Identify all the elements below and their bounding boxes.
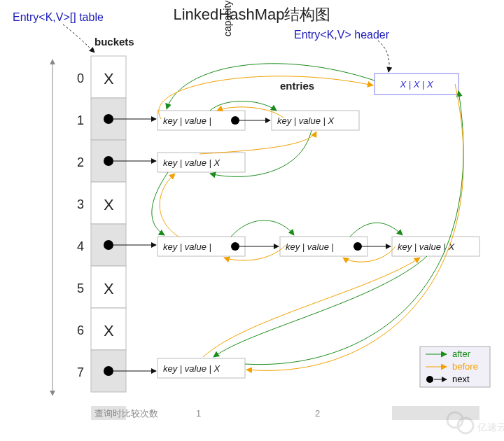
table-type-label: Entry<K,V>[] table xyxy=(13,11,104,23)
svg-point-31 xyxy=(354,242,362,251)
svg-text:3: 3 xyxy=(77,197,84,211)
svg-text:X: X xyxy=(104,322,114,340)
bucket-table: 0X 1 2 3X 4 5X 6X 7 xyxy=(77,56,126,392)
svg-text:4: 4 xyxy=(77,239,84,253)
svg-point-29 xyxy=(231,242,239,251)
dash-table xyxy=(63,24,94,52)
svg-text:X: X xyxy=(104,280,114,298)
footer-col1: 1 xyxy=(196,408,201,419)
svg-point-45 xyxy=(426,376,433,383)
diagram: LinkedHashMap结构图 Entry<K,V>[] table Entr… xyxy=(0,0,504,441)
svg-point-23 xyxy=(104,366,113,376)
svg-text:1: 1 xyxy=(77,113,84,127)
svg-point-25 xyxy=(231,116,239,125)
svg-text:X: X xyxy=(104,70,114,88)
svg-point-5 xyxy=(104,114,113,124)
svg-text:亿速云: 亿速云 xyxy=(477,421,504,433)
bucket-row: 5X xyxy=(77,266,126,308)
entries-label: entries xyxy=(280,80,314,92)
svg-text:next: next xyxy=(452,374,470,384)
svg-point-14 xyxy=(104,240,113,250)
svg-text:key | value |: key | value | xyxy=(163,115,211,126)
svg-text:key | value |  X: key | value | X xyxy=(163,158,221,168)
svg-text:0: 0 xyxy=(77,71,84,85)
capacity-label: capacity xyxy=(222,1,233,36)
svg-text:key | value |: key | value | xyxy=(286,241,334,252)
svg-text:key | value |: key | value | xyxy=(163,241,211,252)
svg-text:before: before xyxy=(452,361,478,372)
dash-header xyxy=(378,41,389,72)
svg-text:6: 6 xyxy=(77,323,84,337)
svg-text:key | value |  X: key | value | X xyxy=(163,363,221,374)
svg-point-8 xyxy=(104,156,113,166)
page-title: LinkedHashMap结构图 xyxy=(174,6,331,23)
svg-text:after: after xyxy=(452,349,471,359)
bucket-row: 0X xyxy=(77,56,126,98)
svg-text:2: 2 xyxy=(77,155,84,169)
header-type-label: Entry<K,V> header xyxy=(294,29,390,41)
svg-text:X: X xyxy=(104,196,114,214)
header-text: X | X | X xyxy=(399,79,434,90)
svg-text:7: 7 xyxy=(77,365,84,379)
buckets-label: buckets xyxy=(94,36,134,48)
bucket-row: 6X xyxy=(77,308,126,350)
footer-label: 查询时比较次数 xyxy=(94,408,158,419)
svg-text:key | value |  X: key | value | X xyxy=(277,115,335,126)
bucket-row: 3X xyxy=(77,182,126,224)
footer-col2: 2 xyxy=(315,408,320,419)
svg-text:5: 5 xyxy=(77,281,84,295)
